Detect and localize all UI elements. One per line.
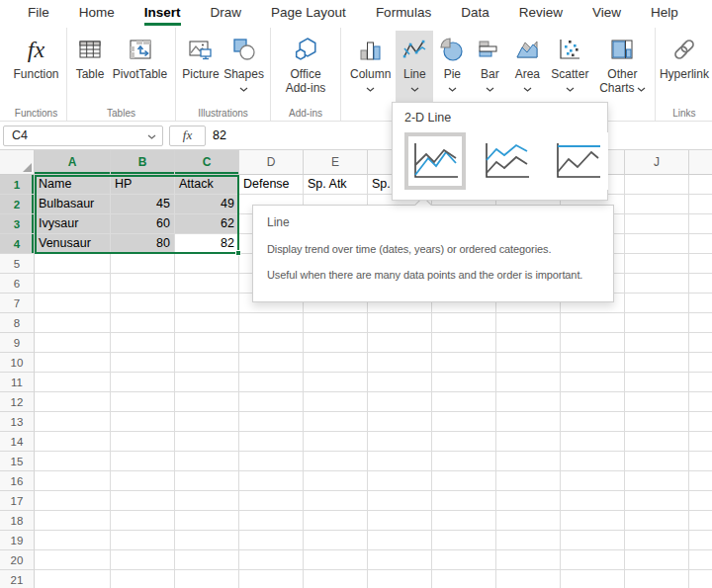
cell-J4[interactable]	[625, 234, 689, 254]
cell-G20[interactable]	[432, 550, 496, 570]
cell-F8[interactable]	[368, 313, 432, 333]
column-header-B[interactable]: B	[111, 150, 175, 175]
cell-H20[interactable]	[496, 550, 561, 570]
cell-C11[interactable]	[175, 373, 239, 392]
cell-J9[interactable]	[625, 333, 689, 353]
row-header-10[interactable]: 10	[0, 353, 35, 373]
cell-B20[interactable]	[111, 550, 175, 570]
cell-I16[interactable]	[561, 471, 625, 491]
row-header-2[interactable]: 2	[0, 195, 35, 214]
row-header-9[interactable]: 9	[0, 333, 35, 353]
cell-F14[interactable]	[368, 432, 432, 452]
cell-I20[interactable]	[561, 550, 625, 570]
cell-A9[interactable]	[35, 333, 111, 353]
cell-B10[interactable]	[111, 353, 175, 373]
cell-I17[interactable]	[561, 491, 625, 511]
pivottable-button[interactable]: PivotTable	[109, 31, 171, 106]
cell-clipped-17[interactable]	[689, 491, 712, 511]
row-header-18[interactable]: 18	[0, 511, 35, 531]
cell-J21[interactable]	[625, 570, 689, 588]
cell-E18[interactable]	[304, 511, 368, 531]
cell-B5[interactable]	[111, 254, 175, 274]
cell-F15[interactable]	[368, 452, 432, 471]
cell-clipped-2[interactable]	[689, 195, 712, 214]
cell-G11[interactable]	[432, 373, 496, 392]
bar-chart-button[interactable]: Bar	[471, 31, 508, 106]
menu-insert[interactable]: Insert	[130, 0, 196, 28]
cell-B2[interactable]: 45	[111, 195, 175, 214]
menu-data[interactable]: Data	[446, 0, 504, 28]
row-header-15[interactable]: 15	[0, 452, 35, 471]
row-header-13[interactable]: 13	[0, 412, 35, 432]
cell-I13[interactable]	[561, 412, 625, 432]
cell-G15[interactable]	[432, 452, 496, 471]
chevron-down-icon[interactable]	[147, 128, 156, 142]
menu-home[interactable]: Home	[64, 0, 130, 28]
cell-J8[interactable]	[625, 313, 689, 333]
cell-G9[interactable]	[432, 333, 496, 353]
cell-C18[interactable]	[175, 511, 239, 531]
cell-C15[interactable]	[175, 452, 239, 471]
cell-A12[interactable]	[35, 392, 111, 412]
cell-A11[interactable]	[35, 373, 111, 392]
line-chart-button[interactable]: Line	[396, 31, 433, 106]
cell-clipped-16[interactable]	[689, 471, 712, 491]
cell-clipped-8[interactable]	[689, 313, 712, 333]
cell-A17[interactable]	[35, 491, 111, 511]
cell-F12[interactable]	[368, 392, 432, 412]
cell-C2[interactable]: 49	[175, 195, 239, 214]
row-header-1[interactable]: 1	[0, 175, 35, 195]
cell-F18[interactable]	[368, 511, 432, 531]
cell-B3[interactable]: 60	[111, 214, 175, 234]
cell-D11[interactable]	[239, 373, 304, 392]
menu-formulas[interactable]: Formulas	[361, 0, 446, 28]
office-add-ins-button[interactable]: Office Add-ins	[275, 31, 336, 106]
cell-C8[interactable]	[175, 313, 239, 333]
cell-clipped-19[interactable]	[689, 531, 712, 550]
cell-J18[interactable]	[625, 511, 689, 531]
cell-H16[interactable]	[496, 471, 561, 491]
cell-J15[interactable]	[625, 452, 689, 471]
menu-page-layout[interactable]: Page Layout	[256, 0, 361, 28]
row-header-7[interactable]: 7	[0, 294, 35, 313]
row-header-19[interactable]: 19	[0, 531, 35, 550]
cell-E9[interactable]	[304, 333, 368, 353]
row-header-8[interactable]: 8	[0, 313, 35, 333]
row-header-11[interactable]: 11	[0, 373, 35, 392]
chart-option-line[interactable]	[404, 132, 466, 190]
cell-J7[interactable]	[625, 294, 689, 313]
row-header-3[interactable]: 3	[0, 214, 35, 234]
cell-D17[interactable]	[239, 491, 304, 511]
cell-C16[interactable]	[175, 471, 239, 491]
cell-G14[interactable]	[432, 432, 496, 452]
cell-B16[interactable]	[111, 471, 175, 491]
cell-A1[interactable]: Name	[35, 175, 111, 195]
menu-draw[interactable]: Draw	[196, 0, 257, 28]
row-header-20[interactable]: 20	[0, 550, 35, 570]
cell-H17[interactable]	[496, 491, 561, 511]
cell-J13[interactable]	[625, 412, 689, 432]
cell-B14[interactable]	[111, 432, 175, 452]
cell-E14[interactable]	[304, 432, 368, 452]
cell-E13[interactable]	[304, 412, 368, 432]
cell-J14[interactable]	[625, 432, 689, 452]
name-box[interactable]: C4	[3, 126, 163, 146]
cell-E19[interactable]	[304, 531, 368, 550]
cell-clipped-20[interactable]	[689, 550, 712, 570]
cell-A16[interactable]	[35, 471, 111, 491]
cell-G13[interactable]	[432, 412, 496, 432]
cell-F10[interactable]	[368, 353, 432, 373]
cell-H21[interactable]	[496, 570, 561, 588]
cell-I10[interactable]	[561, 353, 625, 373]
cell-A7[interactable]	[35, 294, 111, 313]
cell-A20[interactable]	[35, 550, 111, 570]
cell-A15[interactable]	[35, 452, 111, 471]
cell-F21[interactable]	[368, 570, 432, 588]
cell-G17[interactable]	[432, 491, 496, 511]
cell-B18[interactable]	[111, 511, 175, 531]
cell-A13[interactable]	[35, 412, 111, 432]
cell-C5[interactable]	[175, 254, 239, 274]
cell-C6[interactable]	[175, 274, 239, 294]
picture-button[interactable]: Picture	[180, 31, 222, 106]
cell-F16[interactable]	[368, 471, 432, 491]
